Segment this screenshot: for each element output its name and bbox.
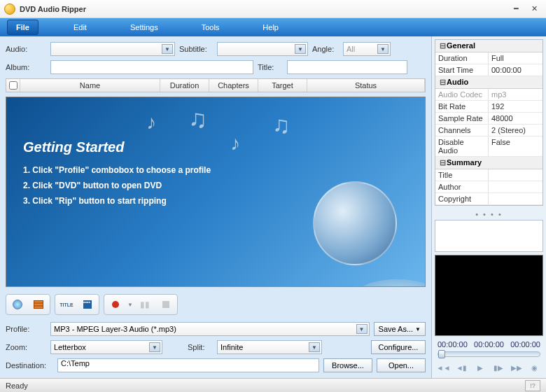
angle-value: All	[346, 45, 355, 53]
destination-label: Destination:	[6, 361, 53, 370]
step-1: 1. Click "Profile" combobox to choose a …	[23, 165, 408, 175]
snapshot-button[interactable]: ◉	[528, 363, 541, 374]
action-toolbar: TITLE ▪▪▪▪ ▼ ▮▮	[6, 291, 426, 318]
section-summary[interactable]: ⊟Summary	[435, 157, 542, 169]
chevron-down-icon: ▼	[415, 326, 421, 332]
prop-starttime: Start Time	[435, 64, 489, 76]
chevron-down-icon: ▼	[149, 342, 160, 352]
grid-icon: ▪▪▪▪	[83, 300, 92, 309]
angle-label: Angle:	[312, 45, 339, 53]
split-value: Infinite	[220, 343, 243, 351]
slider-thumb[interactable]	[438, 350, 445, 358]
album-label: Album:	[6, 63, 46, 71]
app-icon	[4, 4, 15, 15]
title-label: Title:	[258, 63, 283, 71]
splitter-handle[interactable]: • • • •	[432, 209, 546, 220]
split-combo[interactable]: Infinite▼	[217, 340, 322, 354]
menu-file[interactable]: File	[7, 20, 38, 35]
disc-illustration	[362, 279, 426, 287]
video-preview	[435, 255, 543, 336]
saveas-button[interactable]: Save As...▼	[374, 322, 426, 336]
open-file-button[interactable]	[29, 296, 48, 313]
col-status[interactable]: Status	[307, 79, 425, 92]
audio-combo[interactable]: ▼	[50, 42, 175, 56]
stop-button	[156, 296, 176, 313]
title-icon: TITLE	[59, 302, 73, 307]
album-input[interactable]	[50, 60, 253, 74]
time-display: 00:00:00 00:00:00 00:00:00	[432, 339, 546, 350]
zoom-combo[interactable]: Letterbox▼	[50, 340, 162, 354]
collapse-icon[interactable]: ⊟	[438, 78, 447, 87]
menu-settings[interactable]: Settings	[122, 20, 167, 34]
chevron-down-icon: ▼	[377, 44, 388, 54]
status-help-icon[interactable]: !?	[525, 380, 540, 391]
menu-tools[interactable]: Tools	[193, 20, 228, 34]
profile-value: MP3 - MPEG Layer-3 Audio (*.mp3)	[54, 325, 176, 333]
split-label: Split:	[188, 343, 213, 351]
menu-help[interactable]: Help	[254, 20, 287, 34]
collapse-icon[interactable]: ⊟	[438, 41, 447, 50]
chevron-down-icon: ▼	[162, 44, 173, 54]
prop-copyright: Copyright	[435, 193, 489, 204]
film-icon	[34, 300, 43, 309]
chevron-down-icon[interactable]: ▼	[127, 296, 134, 313]
menu-edit[interactable]: Edit	[65, 20, 95, 34]
checkbox-all[interactable]	[6, 79, 20, 92]
zoom-value: Letterbox	[54, 343, 86, 351]
status-text: Ready	[6, 382, 522, 390]
angle-combo[interactable]: All▼	[343, 42, 391, 56]
time-elapsed: 00:00:00	[438, 340, 468, 349]
step-back-button[interactable]: ◄▮	[456, 363, 468, 374]
right-panel: ⊟General DurationFull Start Time00:00:00…	[431, 36, 546, 378]
close-button[interactable]: ✕	[526, 3, 542, 15]
section-general[interactable]: ⊟General	[435, 40, 542, 52]
col-target[interactable]: Target	[258, 79, 307, 92]
left-panel: Audio: ▼ Subtitle: ▼ Angle: All▼ Album: …	[0, 36, 431, 378]
prop-author: Author	[435, 181, 489, 192]
chevron-down-icon: ▼	[295, 44, 306, 54]
configure-button[interactable]: Configure...	[371, 340, 426, 354]
section-audio[interactable]: ⊟Audio	[435, 76, 542, 89]
next-button[interactable]: ▶▶	[510, 363, 523, 374]
browse-button[interactable]: Browse...	[323, 358, 372, 372]
rip-button[interactable]	[106, 296, 125, 313]
prop-bitrate: Bit Rate	[435, 101, 489, 112]
title-input[interactable]	[287, 60, 407, 74]
prop-channels: Channels	[435, 125, 489, 136]
step-fwd-button[interactable]: ▮▶	[492, 363, 505, 374]
disc-icon	[13, 300, 22, 309]
zoom-label: Zoom:	[6, 343, 46, 351]
subtitle-label: Subtitle:	[179, 45, 213, 53]
properties-grid: ⊟General DurationFull Start Time00:00:00…	[435, 39, 543, 206]
chapter-button[interactable]: ▪▪▪▪	[78, 296, 97, 313]
col-name[interactable]: Name	[20, 79, 160, 92]
app-title: DVD Audio Ripper	[20, 5, 505, 13]
col-duration[interactable]: Duration	[160, 79, 209, 92]
open-button[interactable]: Open...	[377, 358, 426, 372]
getting-started-banner: ♪ ♫ ♪ ♫ Getting Started 1. Click "Profil…	[6, 97, 426, 287]
minimize-button[interactable]: ━	[508, 3, 524, 15]
chevron-down-icon: ▼	[309, 342, 320, 352]
col-chapters[interactable]: Chapters	[209, 79, 258, 92]
profile-combo[interactable]: MP3 - MPEG Layer-3 Audio (*.mp3)▼	[50, 322, 370, 336]
titlebar: DVD Audio Ripper ━ ✕	[0, 0, 546, 18]
prev-button[interactable]: ◄◄	[438, 363, 450, 374]
subtitle-combo[interactable]: ▼	[217, 42, 308, 56]
chevron-down-icon: ▼	[356, 324, 368, 334]
prop-codec: Audio Codec	[435, 89, 489, 100]
audio-label: Audio:	[6, 45, 46, 53]
banner-heading: Getting Started	[23, 139, 408, 155]
collapse-icon[interactable]: ⊟	[438, 158, 447, 167]
open-dvd-button[interactable]	[8, 296, 27, 313]
play-button[interactable]: ▶	[474, 363, 486, 374]
prop-duration: Duration	[435, 52, 489, 64]
statusbar: Ready !?	[0, 378, 546, 392]
pause-button: ▮▮	[135, 296, 155, 313]
record-icon	[112, 301, 119, 308]
seek-slider[interactable]	[438, 351, 540, 357]
prop-disable: Disable Audio	[435, 136, 489, 156]
title-button[interactable]: TITLE	[57, 296, 76, 313]
prop-samplerate: Sample Rate	[435, 113, 489, 124]
destination-input[interactable]: C:\Temp	[57, 358, 319, 372]
time-total: 00:00:00	[474, 340, 504, 349]
